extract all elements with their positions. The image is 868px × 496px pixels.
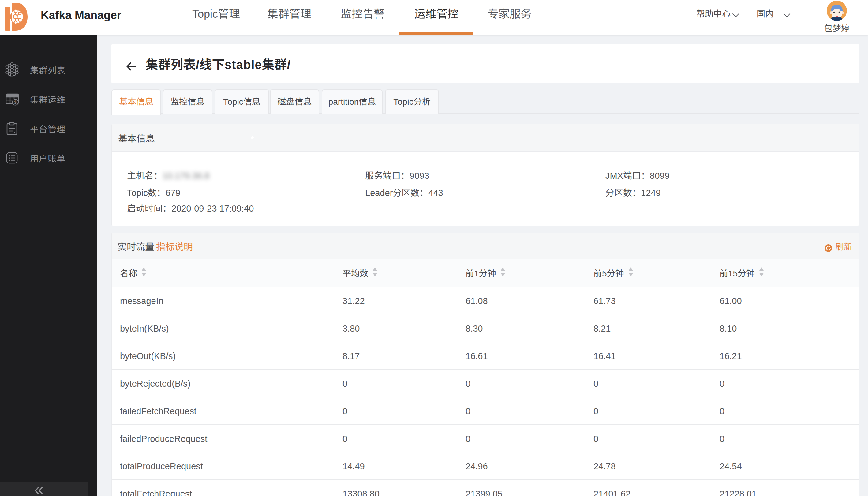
svg-text:$: $ <box>14 100 17 105</box>
